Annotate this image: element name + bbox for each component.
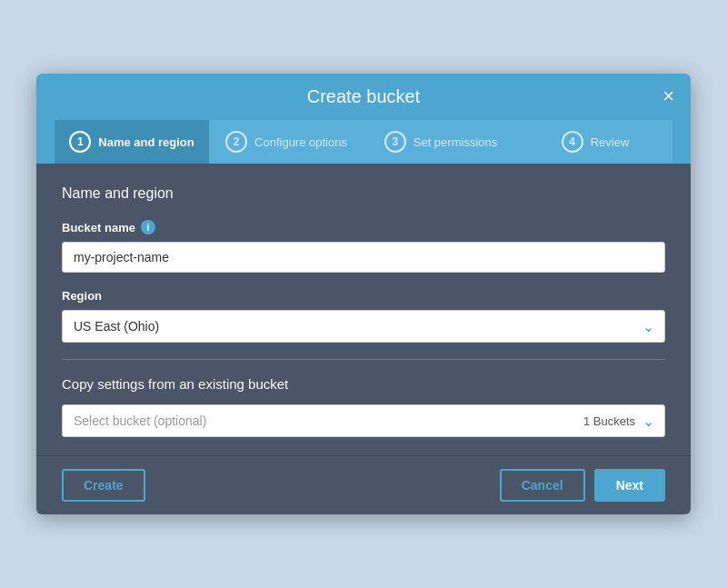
step-1-number: 1 (69, 131, 91, 153)
step-2-label: Configure options (254, 135, 347, 149)
step-3[interactable]: 3 Set permissions (364, 120, 518, 164)
region-select[interactable]: US East (Ohio) US East (N. Virginia) US … (62, 310, 665, 343)
create-button[interactable]: Create (62, 469, 145, 502)
step-1[interactable]: 1 Name and region (55, 120, 209, 164)
region-field-group: Region US East (Ohio) US East (N. Virgin… (62, 289, 665, 343)
create-bucket-modal: Create bucket × 1 Name and region 2 Conf… (36, 74, 691, 514)
modal-header: Create bucket × 1 Name and region 2 Conf… (36, 74, 691, 164)
region-label: Region (62, 289, 665, 303)
bucket-name-info-icon[interactable]: i (141, 220, 155, 234)
body-section-title: Name and region (62, 185, 665, 202)
step-2-number: 2 (225, 131, 247, 153)
modal-footer: Create Cancel Next (36, 455, 691, 514)
region-select-wrapper: US East (Ohio) US East (N. Virginia) US … (62, 310, 665, 343)
step-2[interactable]: 2 Configure options (209, 120, 364, 164)
close-button[interactable]: × (662, 86, 674, 106)
copy-settings-select-wrapper: Select bucket (optional) 1 Buckets ⌄ (62, 404, 665, 437)
step-4[interactable]: 4 Review (518, 120, 672, 164)
copy-settings-select[interactable]: Select bucket (optional) (62, 404, 665, 437)
step-3-number: 3 (384, 131, 406, 153)
next-button[interactable]: Next (594, 469, 665, 502)
bucket-name-field-group: Bucket name i (62, 220, 665, 273)
bucket-name-label: Bucket name i (62, 220, 665, 234)
step-1-label: Name and region (98, 135, 194, 149)
step-4-number: 4 (562, 131, 583, 153)
step-4-label: Review (591, 135, 630, 149)
copy-settings-title: Copy settings from an existing bucket (62, 376, 665, 392)
step-3-label: Set permissions (413, 135, 497, 149)
section-divider (62, 359, 665, 360)
cancel-button[interactable]: Cancel (500, 469, 585, 502)
steps-bar: 1 Name and region 2 Configure options 3 … (55, 120, 672, 164)
footer-right-buttons: Cancel Next (500, 469, 665, 502)
modal-body: Name and region Bucket name i Region US … (36, 164, 691, 455)
modal-title: Create bucket (307, 86, 421, 107)
bucket-name-input[interactable] (62, 242, 665, 273)
